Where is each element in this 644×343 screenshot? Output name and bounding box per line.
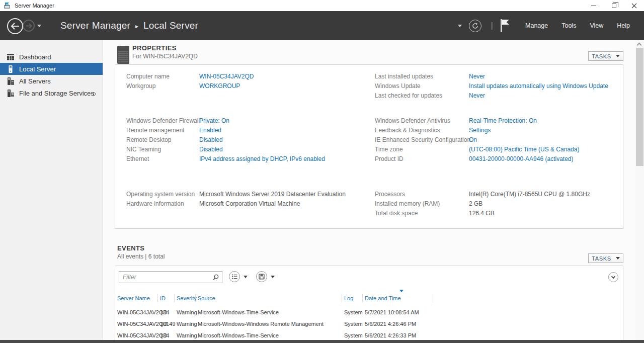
events-panel: Server Name ID Severity Source Log Date … bbox=[115, 266, 623, 340]
property-value-link[interactable]: On bbox=[469, 136, 477, 143]
menu-view[interactable]: View bbox=[590, 22, 603, 29]
minimize-button[interactable] bbox=[584, 0, 604, 11]
property-label: Product ID bbox=[375, 155, 469, 162]
breadcrumb-separator-icon: ▸ bbox=[135, 22, 138, 30]
navbar-right-cluster: | Manage Tools View Help bbox=[458, 11, 630, 40]
column-header-id[interactable]: ID bbox=[158, 294, 175, 302]
property-value-link[interactable]: (UTC-08:00) Pacific Time (US & Canada) bbox=[469, 146, 579, 153]
saved-queries-caret-icon[interactable] bbox=[271, 276, 275, 278]
property-value-link[interactable]: Private: On bbox=[199, 117, 229, 124]
property-label: Last installed updates bbox=[375, 73, 469, 80]
back-arrow-icon bbox=[11, 23, 20, 30]
events-query-button[interactable] bbox=[229, 271, 240, 282]
scrollbar-thumb[interactable] bbox=[636, 48, 643, 166]
cell-id: 10149 bbox=[158, 321, 175, 327]
cell-severity: Warning bbox=[175, 309, 196, 315]
events-query-caret-icon[interactable] bbox=[244, 276, 248, 278]
menu-tools[interactable]: Tools bbox=[561, 22, 576, 29]
sidebar-item-dashboard[interactable]: Dashboard bbox=[0, 51, 103, 63]
menu-help[interactable]: Help bbox=[617, 22, 630, 29]
sidebar-item-file-storage-services[interactable]: File and Storage Services bbox=[0, 87, 103, 99]
cell-source: Microsoft-Windows-Windows Remote Managem… bbox=[196, 321, 342, 327]
properties-subtitle: For WIN-05C34JAV2QD bbox=[132, 53, 198, 60]
vertical-scrollbar[interactable] bbox=[635, 40, 644, 340]
breadcrumb-root[interactable]: Server Manager bbox=[60, 20, 130, 31]
column-header-server-name[interactable]: Server Name bbox=[115, 294, 158, 302]
refresh-dropdown-caret[interactable] bbox=[458, 25, 462, 27]
property-value-link[interactable]: Settings bbox=[469, 127, 491, 134]
flag-icon bbox=[500, 19, 510, 32]
property-value: Intel(R) Core(TM) i7-8565U CPU @ 1.80GHz bbox=[469, 191, 590, 198]
property-label: Operating system version bbox=[126, 191, 199, 198]
cell-id: 134 bbox=[158, 309, 175, 315]
events-tasks-button[interactable]: TASKS bbox=[588, 253, 623, 263]
column-header-source[interactable]: Source bbox=[196, 294, 342, 302]
property-value-link[interactable]: IPv4 address assigned by DHCP, IPv6 enab… bbox=[199, 155, 325, 162]
property-label: NIC Teaming bbox=[126, 146, 199, 153]
restore-icon bbox=[612, 4, 616, 8]
property-value-link[interactable]: Never bbox=[469, 92, 485, 99]
properties-panel: Computer nameWIN-05C34JAV2QD WorkgroupWO… bbox=[115, 64, 623, 229]
property-value-link[interactable]: WIN-05C34JAV2QD bbox=[199, 73, 254, 80]
cell-date-time: 5/6/2021 4:26:46 PM bbox=[363, 321, 433, 327]
column-header-log[interactable]: Log bbox=[342, 294, 363, 302]
column-header-severity[interactable]: Severity bbox=[175, 294, 196, 302]
property-value-link[interactable]: 00431-20000-00000-AA946 (activated) bbox=[469, 155, 573, 162]
history-dropdown-caret[interactable] bbox=[37, 25, 41, 27]
event-row[interactable]: WIN-05C34JAV2QD 134 Warning Microsoft-Wi… bbox=[115, 329, 623, 340]
events-title: EVENTS bbox=[117, 244, 144, 252]
sidebar-item-all-servers[interactable]: All Servers bbox=[0, 75, 103, 87]
properties-tasks-button[interactable]: TASKS bbox=[588, 51, 623, 61]
properties-group: Windows Defender AntivirusReal-Time Prot… bbox=[375, 116, 623, 163]
chevron-down-icon bbox=[611, 274, 615, 278]
scroll-up-icon[interactable] bbox=[637, 43, 642, 48]
window-title: Server Manager bbox=[15, 3, 54, 9]
properties-group: Windows Defender FirewallPrivate: On Rem… bbox=[126, 116, 375, 163]
property-value-link[interactable]: Disabled bbox=[199, 136, 223, 143]
property-value-link[interactable]: Disabled bbox=[199, 146, 223, 153]
back-button[interactable] bbox=[7, 18, 23, 34]
property-label: Installed memory (RAM) bbox=[375, 200, 469, 207]
event-row[interactable]: WIN-05C34JAV2QD 10149 Warning Microsoft-… bbox=[115, 318, 623, 329]
property-value-link[interactable]: Real-Time Protection: On bbox=[469, 117, 537, 124]
cell-log: System bbox=[342, 309, 363, 315]
properties-group: ProcessorsIntel(R) Core(TM) i7-8565U CPU… bbox=[375, 189, 623, 218]
property-label: Windows Update bbox=[375, 82, 469, 90]
cell-server-name: WIN-05C34JAV2QD bbox=[115, 321, 158, 327]
saved-queries-button[interactable] bbox=[256, 271, 267, 282]
restore-button[interactable] bbox=[604, 0, 624, 11]
filter-input[interactable] bbox=[119, 274, 213, 281]
collapse-events-button[interactable] bbox=[608, 272, 618, 282]
events-table-header: Server Name ID Severity Source Log Date … bbox=[115, 293, 433, 303]
refresh-icon bbox=[472, 23, 478, 29]
property-value-link[interactable]: Install updates automatically using Wind… bbox=[469, 82, 608, 90]
all-servers-icon bbox=[7, 77, 15, 85]
properties-group: Last installed updatesNever Windows Upda… bbox=[375, 71, 623, 100]
property-label: Total disk space bbox=[375, 210, 469, 217]
property-value-link[interactable]: WORKGROUP bbox=[199, 82, 240, 90]
property-value-link[interactable]: Never bbox=[469, 73, 485, 80]
events-tasks-label: TASKS bbox=[592, 255, 611, 262]
properties-left-column: Computer nameWIN-05C34JAV2QD WorkgroupWO… bbox=[126, 71, 375, 228]
cell-log: System bbox=[342, 332, 363, 338]
sidebar-item-local-server[interactable]: Local Server bbox=[0, 63, 103, 75]
forward-button[interactable] bbox=[23, 20, 35, 32]
close-button[interactable] bbox=[624, 0, 644, 11]
cell-date-time: 5/6/2021 4:26:33 PM bbox=[363, 332, 433, 338]
sidebar-item-label: Local Server bbox=[19, 65, 56, 73]
refresh-button[interactable] bbox=[469, 20, 481, 32]
property-label: IE Enhanced Security Configuration bbox=[375, 136, 469, 143]
sidebar-item-label: Dashboard bbox=[19, 53, 51, 61]
property-label: Last checked for updates bbox=[375, 92, 469, 99]
notifications-flag-button[interactable] bbox=[500, 19, 510, 32]
expand-arrow-icon[interactable] bbox=[93, 91, 97, 98]
property-label: Windows Defender Firewall bbox=[126, 117, 199, 124]
event-row[interactable]: WIN-05C34JAV2QD 134 Warning Microsoft-Wi… bbox=[115, 306, 623, 318]
tasks-caret-icon bbox=[616, 257, 620, 260]
menu-manage[interactable]: Manage bbox=[525, 22, 548, 29]
sidebar: Dashboard Local Server All Servers File … bbox=[0, 40, 103, 340]
property-value-link[interactable]: Enabled bbox=[199, 127, 221, 134]
property-label: Feedback & Diagnostics bbox=[375, 127, 469, 134]
column-header-date-time[interactable]: Date and Time bbox=[363, 294, 433, 302]
property-label: Processors bbox=[375, 191, 469, 198]
